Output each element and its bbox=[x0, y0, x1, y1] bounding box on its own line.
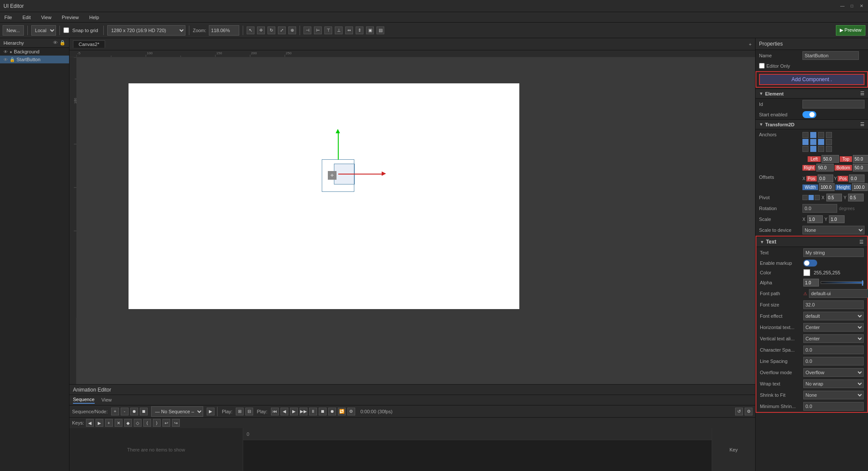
pivot-x-input[interactable] bbox=[826, 194, 842, 201]
top-input[interactable] bbox=[853, 155, 868, 163]
pivot-cell-2[interactable] bbox=[809, 195, 814, 200]
ypos-input[interactable] bbox=[849, 175, 865, 182]
menu-edit[interactable]: Edit bbox=[20, 14, 33, 21]
anchor-cell-12[interactable] bbox=[826, 146, 832, 152]
wrap-text-select[interactable]: No wrap bbox=[803, 379, 864, 388]
anchor-cell-5[interactable] bbox=[802, 139, 809, 145]
min-shrink-input[interactable] bbox=[803, 402, 864, 411]
play-pause[interactable]: ⏸ bbox=[309, 408, 317, 415]
pivot-cell-1[interactable] bbox=[802, 195, 808, 200]
key-btn8[interactable]: ⟩ bbox=[153, 419, 161, 427]
anim-refresh[interactable]: ↺ bbox=[735, 408, 743, 415]
anchor-cell-6[interactable] bbox=[810, 139, 816, 145]
char-spacing-input[interactable] bbox=[803, 346, 864, 354]
preview-button[interactable]: ▶ Preview bbox=[836, 25, 865, 36]
editor-only-checkbox[interactable] bbox=[759, 63, 765, 69]
eye-icon[interactable]: 👁 bbox=[53, 40, 58, 46]
resolution-select[interactable]: 1280 x 720 (16:9 HD 720) bbox=[107, 25, 185, 36]
name-input[interactable] bbox=[802, 51, 859, 60]
scale-device-select[interactable]: None bbox=[802, 226, 865, 234]
play-record[interactable]: ⏺ bbox=[328, 408, 336, 415]
move-tool[interactable]: ✛ bbox=[257, 26, 265, 34]
align7[interactable]: ▣ bbox=[366, 26, 374, 34]
key-del-btn[interactable]: ✕ bbox=[115, 419, 122, 427]
menu-file[interactable]: File bbox=[2, 14, 15, 21]
anim-expand-btn[interactable]: ▶ bbox=[207, 408, 215, 415]
align3[interactable]: ⊤ bbox=[324, 26, 332, 34]
text-menu-icon[interactable]: ☰ bbox=[859, 239, 864, 245]
start-enabled-toggle[interactable] bbox=[802, 111, 816, 118]
add-component-button[interactable]: Add Component . bbox=[759, 74, 865, 85]
id-input[interactable] bbox=[802, 100, 865, 109]
key-prev-btn[interactable]: ◀ bbox=[86, 419, 94, 427]
anim-record-btn[interactable]: ⏺ bbox=[130, 408, 138, 415]
enable-markup-toggle[interactable] bbox=[803, 260, 817, 267]
transform2d-section-header[interactable]: ▼ Transform2D ☰ bbox=[756, 119, 868, 129]
pivot-y-input[interactable] bbox=[848, 194, 864, 201]
align8[interactable]: ▤ bbox=[376, 26, 384, 34]
color-swatch[interactable] bbox=[803, 269, 810, 276]
zoom-input[interactable] bbox=[209, 25, 239, 36]
rotate-tool[interactable]: ↻ bbox=[267, 26, 275, 34]
text-value-input[interactable] bbox=[803, 248, 864, 257]
pivot-cell-3[interactable] bbox=[815, 195, 820, 200]
anim-tab-sequence[interactable]: Sequence bbox=[73, 397, 95, 404]
transform2d-menu-icon[interactable]: ☰ bbox=[860, 122, 865, 127]
line-spacing-input[interactable] bbox=[803, 357, 864, 366]
anim-add-btn[interactable]: + bbox=[111, 408, 119, 415]
anchor-cell-2[interactable] bbox=[810, 132, 816, 138]
anchor-cell-7[interactable] bbox=[818, 139, 824, 145]
element-section-header[interactable]: ▼ Element ☰ bbox=[756, 89, 868, 99]
snap-checkbox[interactable] bbox=[63, 27, 69, 33]
play-next[interactable]: ▶▶ bbox=[300, 408, 307, 415]
canvas-add-btn[interactable]: + bbox=[749, 42, 752, 47]
menu-help[interactable]: Help bbox=[86, 14, 102, 21]
scale-tool[interactable]: ⤢ bbox=[278, 26, 286, 34]
close-btn[interactable]: ✕ bbox=[858, 3, 865, 9]
anchor-cell-9[interactable] bbox=[802, 146, 809, 152]
canvas-viewport[interactable]: ✛ bbox=[76, 57, 755, 384]
play-stop[interactable]: ⏹ bbox=[319, 408, 327, 415]
play-btn2[interactable]: ⊟ bbox=[245, 408, 253, 415]
play-btn[interactable]: ⊞ bbox=[236, 408, 244, 415]
play-loop[interactable]: 🔁 bbox=[338, 408, 346, 415]
width-input[interactable] bbox=[819, 183, 835, 191]
play-play[interactable]: ▶ bbox=[290, 408, 298, 415]
key-add-btn[interactable]: + bbox=[105, 419, 113, 427]
anim-settings[interactable]: ⚙ bbox=[745, 408, 752, 415]
align6[interactable]: ⇕ bbox=[356, 26, 363, 34]
anchor-cell-8[interactable] bbox=[826, 139, 832, 145]
anim-remove-btn[interactable]: - bbox=[121, 408, 129, 415]
bottom-input[interactable] bbox=[853, 164, 868, 171]
align1[interactable]: ⊣ bbox=[304, 26, 311, 34]
canvas-tab[interactable]: Canvas2* bbox=[73, 40, 105, 48]
key-btn10[interactable]: ↪ bbox=[172, 419, 180, 427]
anchor-cell-1[interactable] bbox=[802, 132, 809, 138]
align2[interactable]: ⊢ bbox=[314, 26, 322, 34]
play-settings[interactable]: ⚙ bbox=[347, 408, 355, 415]
font-path-input[interactable] bbox=[809, 289, 868, 298]
text-section-header[interactable]: ▼ Text ☰ bbox=[756, 237, 867, 247]
hierarchy-item-background[interactable]: 👁 ● Background bbox=[0, 48, 69, 56]
overflow-select[interactable]: Overflow bbox=[803, 368, 864, 377]
xpos-input[interactable] bbox=[818, 175, 833, 182]
font-size-input[interactable] bbox=[803, 300, 864, 309]
align5[interactable]: ⇔ bbox=[345, 26, 353, 34]
anchor-cell-4[interactable] bbox=[826, 132, 832, 138]
new-button[interactable]: New... bbox=[3, 25, 24, 36]
key-btn7[interactable]: ⟨ bbox=[143, 419, 151, 427]
key-btn5[interactable]: ◆ bbox=[124, 419, 132, 427]
lock-icon[interactable]: 🔒 bbox=[59, 40, 66, 46]
horizontal-text-select[interactable]: Center bbox=[803, 323, 864, 332]
key-btn6[interactable]: ◇ bbox=[134, 419, 142, 427]
maximize-btn[interactable]: □ bbox=[849, 3, 855, 9]
scale-x-input[interactable] bbox=[807, 215, 823, 223]
rotation-input[interactable] bbox=[802, 204, 837, 213]
alpha-slider[interactable] bbox=[821, 281, 864, 284]
select-tool[interactable]: ↖ bbox=[247, 26, 254, 34]
element-menu-icon[interactable]: ☰ bbox=[860, 91, 865, 96]
key-next-btn[interactable]: ▶ bbox=[96, 419, 103, 427]
anchor-cell-11[interactable] bbox=[818, 146, 824, 152]
align4[interactable]: ⊥ bbox=[335, 26, 343, 34]
minimize-btn[interactable]: — bbox=[839, 3, 845, 9]
